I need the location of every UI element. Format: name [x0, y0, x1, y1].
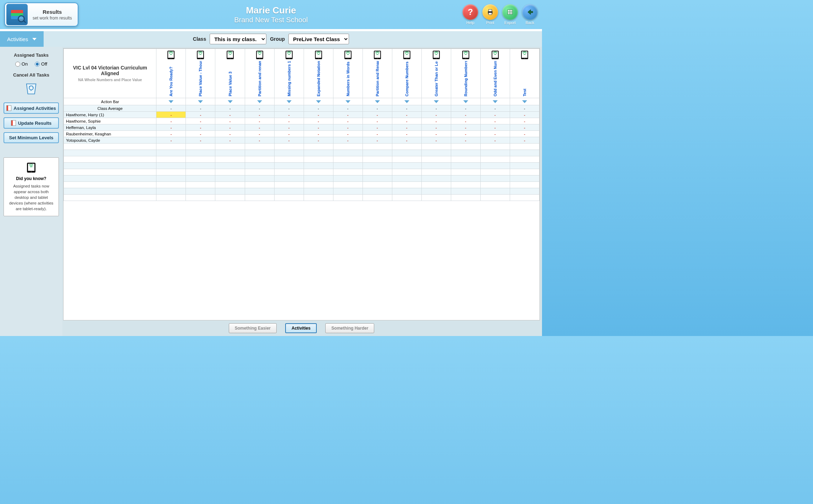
back-button[interactable]: Back — [522, 4, 538, 25]
results-badge[interactable]: Results set work from results — [4, 2, 78, 27]
action-dropdown-icon[interactable] — [375, 100, 380, 103]
result-cell[interactable]: - — [480, 112, 510, 118]
result-cell[interactable]: - — [392, 131, 421, 137]
result-cell[interactable]: - — [451, 118, 480, 124]
result-cell[interactable]: - — [186, 137, 215, 144]
action-dropdown-icon[interactable] — [168, 100, 173, 103]
result-cell[interactable]: - — [186, 112, 215, 118]
column-link[interactable]: Expanded Notation — [316, 61, 321, 96]
result-cell[interactable]: - — [245, 137, 274, 144]
result-cell[interactable]: - — [156, 131, 186, 137]
class-select[interactable]: This is my class. — [210, 34, 266, 44]
result-cell[interactable]: - — [363, 118, 392, 124]
activities-button[interactable]: Activities — [285, 323, 317, 333]
result-cell[interactable]: - — [215, 137, 245, 144]
update-results-button[interactable]: Update Results — [4, 117, 59, 129]
result-cell[interactable]: - — [421, 137, 451, 144]
result-cell[interactable]: - — [215, 112, 245, 118]
action-dropdown-icon[interactable] — [345, 100, 350, 103]
result-cell[interactable]: - — [274, 131, 304, 137]
help-button[interactable]: ? Help — [463, 4, 478, 25]
student-name[interactable]: Raubenheimer, Keaghan — [64, 131, 156, 137]
column-link[interactable]: Missing numbers 1 — [287, 61, 291, 96]
result-cell[interactable]: - — [510, 131, 539, 137]
student-name[interactable]: Hawthorne, Sophie — [64, 118, 156, 124]
student-name[interactable]: Hawthorne, Harry (1) — [64, 112, 156, 118]
result-cell[interactable]: - — [186, 118, 215, 124]
student-name[interactable]: Heffernan, Layla — [64, 124, 156, 131]
result-cell[interactable]: - — [186, 131, 215, 137]
activities-tab[interactable]: Activities — [0, 31, 44, 47]
column-link[interactable]: Test — [522, 89, 527, 96]
result-cell[interactable]: - — [156, 124, 186, 131]
action-dropdown-icon[interactable] — [198, 100, 203, 103]
result-cell[interactable]: - — [480, 124, 510, 131]
result-cell[interactable]: - — [363, 131, 392, 137]
result-cell[interactable]: - — [392, 112, 421, 118]
result-cell[interactable]: - — [392, 137, 421, 144]
result-cell[interactable]: - — [333, 137, 363, 144]
result-cell[interactable]: - — [510, 112, 539, 118]
export-button[interactable]: Export — [502, 4, 518, 25]
action-dropdown-icon[interactable] — [463, 100, 468, 103]
action-dropdown-icon[interactable] — [228, 100, 233, 103]
result-cell[interactable]: - — [451, 124, 480, 131]
result-cell[interactable]: - — [274, 124, 304, 131]
column-link[interactable]: Place Value - Thousands — [198, 61, 203, 96]
action-dropdown-icon[interactable] — [287, 100, 292, 103]
set-min-levels-button[interactable]: Set Minimum Levels — [4, 132, 59, 143]
result-cell[interactable]: - — [304, 124, 333, 131]
result-cell[interactable]: - — [510, 118, 539, 124]
column-link[interactable]: Compare Numbers to 100 — [405, 61, 409, 96]
recycle-bin-icon[interactable] — [24, 80, 38, 95]
column-link[interactable]: Place Value 3 — [228, 72, 232, 96]
column-link[interactable]: Greater Than or Less Than 1 — [434, 61, 438, 96]
result-cell[interactable]: - — [421, 118, 451, 124]
assigned-activities-button[interactable]: Assigned Activities — [4, 102, 59, 114]
result-cell[interactable]: - — [156, 112, 186, 118]
result-cell[interactable]: - — [451, 112, 480, 118]
result-cell[interactable]: - — [510, 137, 539, 144]
something-easier-button[interactable]: Something Easier — [229, 323, 277, 333]
result-cell[interactable]: - — [363, 124, 392, 131]
result-cell[interactable]: - — [480, 118, 510, 124]
result-cell[interactable]: - — [333, 112, 363, 118]
group-select[interactable]: PreLive Test Class — [288, 34, 349, 44]
column-link[interactable]: Partition and Rename 3 — [375, 61, 380, 96]
result-cell[interactable]: - — [215, 118, 245, 124]
result-cell[interactable]: - — [156, 118, 186, 124]
result-cell[interactable]: - — [333, 124, 363, 131]
something-harder-button[interactable]: Something Harder — [325, 323, 374, 333]
result-cell[interactable]: - — [304, 131, 333, 137]
result-cell[interactable]: - — [421, 131, 451, 137]
column-link[interactable]: Partition and rename — [258, 61, 262, 96]
result-cell[interactable]: - — [392, 118, 421, 124]
result-cell[interactable]: - — [421, 112, 451, 118]
result-cell[interactable]: - — [274, 112, 304, 118]
result-cell[interactable]: - — [333, 118, 363, 124]
result-cell[interactable]: - — [451, 131, 480, 137]
column-link[interactable]: Numbers in Words — [346, 62, 350, 96]
result-cell[interactable]: - — [215, 124, 245, 131]
action-dropdown-icon[interactable] — [434, 100, 439, 103]
result-cell[interactable]: - — [480, 131, 510, 137]
result-cell[interactable]: - — [215, 131, 245, 137]
result-cell[interactable]: - — [304, 137, 333, 144]
assigned-off-radio[interactable]: Off — [35, 61, 47, 67]
column-link[interactable]: Odd and Even Numbers 1 — [493, 61, 497, 96]
action-dropdown-icon[interactable] — [316, 100, 321, 103]
result-cell[interactable]: - — [304, 118, 333, 124]
action-dropdown-icon[interactable] — [522, 100, 527, 103]
print-button[interactable]: Print — [482, 4, 498, 25]
result-cell[interactable]: - — [333, 131, 363, 137]
result-cell[interactable]: - — [363, 112, 392, 118]
action-dropdown-icon[interactable] — [257, 100, 262, 103]
action-dropdown-icon[interactable] — [404, 100, 409, 103]
result-cell[interactable]: - — [392, 124, 421, 131]
result-cell[interactable]: - — [363, 137, 392, 144]
result-cell[interactable]: - — [510, 124, 539, 131]
result-cell[interactable]: - — [245, 112, 274, 118]
result-cell[interactable]: - — [186, 124, 215, 131]
result-cell[interactable]: - — [480, 137, 510, 144]
result-cell[interactable]: - — [451, 137, 480, 144]
